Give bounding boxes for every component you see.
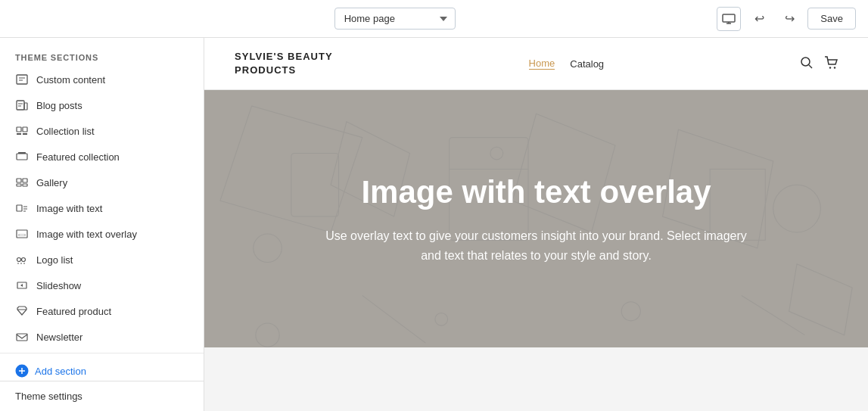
- site-header: SYLVIE'S BEAUTY PRODUCTS Home Catalog: [204, 38, 868, 90]
- sidebar-item-label: Gallery: [36, 177, 67, 188]
- add-section-icon: [15, 364, 29, 378]
- preview-area: SYLVIE'S BEAUTY PRODUCTS Home Catalog: [204, 38, 868, 411]
- svg-rect-1: [17, 75, 27, 84]
- svg-line-42: [742, 296, 805, 335]
- hero-title: Image with text overlay: [317, 173, 756, 211]
- svg-rect-6: [17, 133, 21, 135]
- preview-scroll[interactable]: SYLVIE'S BEAUTY PRODUCTS Home Catalog: [204, 38, 868, 411]
- hero-subtitle: Use overlay text to give your customers …: [317, 226, 756, 265]
- toolbar-right: ↩ ↪ Save: [717, 7, 856, 31]
- gallery-icon: [15, 176, 29, 189]
- sidebar-item-logo-list[interactable]: Logo list: [0, 247, 204, 272]
- sidebar-item-label: Featured collection: [36, 151, 120, 163]
- toolbar-center: Home page About Contact: [334, 8, 456, 30]
- svg-rect-20: [17, 334, 27, 341]
- redo-button[interactable]: ↪: [777, 7, 801, 31]
- cart-icon[interactable]: [824, 56, 838, 72]
- svg-rect-14: [17, 205, 22, 211]
- sidebar-item-label: Slideshow: [36, 280, 81, 291]
- nav-home[interactable]: Home: [529, 58, 555, 70]
- svg-rect-9: [18, 152, 26, 154]
- main-layout: THEME SECTIONS Custom content: [0, 38, 868, 411]
- svg-rect-4: [17, 127, 21, 132]
- svg-line-41: [362, 296, 426, 344]
- sidebar-item-featured-collection[interactable]: Featured collection: [0, 144, 204, 170]
- site-logo: SYLVIE'S BEAUTY PRODUCTS: [235, 50, 333, 77]
- svg-point-37: [621, 302, 640, 321]
- svg-rect-11: [23, 179, 27, 182]
- hero-section: Image with text overlay Use overlay text…: [204, 90, 868, 347]
- desktop-icon[interactable]: [717, 7, 741, 31]
- svg-rect-3: [24, 103, 27, 110]
- sidebar-scroll: THEME SECTIONS Custom content: [0, 38, 204, 381]
- add-section-label: Add section: [35, 366, 86, 377]
- svg-rect-7: [23, 133, 27, 135]
- sidebar-item-label: Image with text: [36, 203, 102, 214]
- svg-rect-8: [17, 154, 27, 160]
- svg-rect-12: [17, 184, 21, 186]
- toolbar: Home page About Contact ↩ ↪ Save: [0, 0, 868, 38]
- newsletter-icon: [15, 330, 29, 344]
- featured-collection-icon: [15, 150, 29, 163]
- sidebar-item-label: Logo list: [36, 254, 73, 266]
- hero-content: Image with text overlay Use overlay text…: [272, 143, 801, 296]
- svg-point-25: [834, 67, 835, 68]
- svg-point-24: [829, 67, 831, 68]
- add-section-button[interactable]: Add section: [0, 357, 204, 381]
- nav-catalog[interactable]: Catalog: [570, 58, 604, 70]
- svg-rect-10: [17, 179, 21, 182]
- logo-list-icon: [15, 253, 29, 266]
- slideshow-icon: [15, 279, 29, 292]
- sidebar-item-image-with-text-overlay[interactable]: Image with text overlay: [0, 221, 204, 247]
- sidebar-item-label: Blog posts: [36, 100, 82, 111]
- image-with-text-icon: [15, 201, 29, 215]
- image-with-text-overlay-icon: [15, 227, 29, 241]
- svg-point-18: [22, 258, 26, 262]
- sidebar: THEME SECTIONS Custom content: [0, 38, 204, 411]
- sidebar-item-image-with-text[interactable]: Image with text: [0, 195, 204, 221]
- svg-rect-0: [723, 14, 735, 22]
- sidebar-item-slideshow[interactable]: Slideshow: [0, 272, 204, 298]
- undo-button[interactable]: ↩: [747, 7, 771, 31]
- sidebar-item-featured-product[interactable]: Featured product: [0, 298, 204, 324]
- svg-point-17: [17, 258, 21, 262]
- svg-point-39: [256, 323, 279, 347]
- svg-rect-5: [23, 127, 27, 132]
- sidebar-divider: [0, 353, 204, 353]
- custom-content-icon: [15, 73, 29, 86]
- save-button[interactable]: Save: [807, 8, 856, 30]
- sidebar-item-custom-content[interactable]: Custom content: [0, 67, 204, 92]
- collection-list-icon: [15, 124, 29, 138]
- sidebar-item-collection-list[interactable]: Collection list: [0, 118, 204, 144]
- blog-posts-icon: [15, 98, 29, 112]
- sidebar-item-label: Collection list: [36, 126, 95, 137]
- sidebar-item-label: Custom content: [36, 74, 105, 86]
- svg-point-23: [801, 58, 810, 66]
- svg-rect-13: [23, 184, 27, 186]
- site-nav-icons: [800, 56, 838, 72]
- sidebar-item-gallery[interactable]: Gallery: [0, 170, 204, 195]
- svg-rect-2: [17, 101, 24, 110]
- svg-point-38: [435, 313, 448, 326]
- search-icon[interactable]: [800, 56, 814, 72]
- theme-settings-link[interactable]: Theme settings: [15, 391, 82, 402]
- site-nav: Home Catalog: [529, 58, 605, 70]
- sidebar-item-blog-posts[interactable]: Blog posts: [0, 92, 204, 118]
- sidebar-item-label: Newsletter: [36, 332, 82, 343]
- sidebar-item-newsletter[interactable]: Newsletter: [0, 324, 204, 350]
- sidebar-item-label: Image with text overlay: [36, 229, 137, 240]
- featured-product-icon: [15, 304, 29, 318]
- page-select[interactable]: Home page About Contact: [334, 8, 456, 30]
- sidebar-item-label: Featured product: [36, 306, 111, 317]
- theme-sections-label: THEME SECTIONS: [0, 47, 204, 67]
- sidebar-bottom: Theme settings: [0, 381, 204, 411]
